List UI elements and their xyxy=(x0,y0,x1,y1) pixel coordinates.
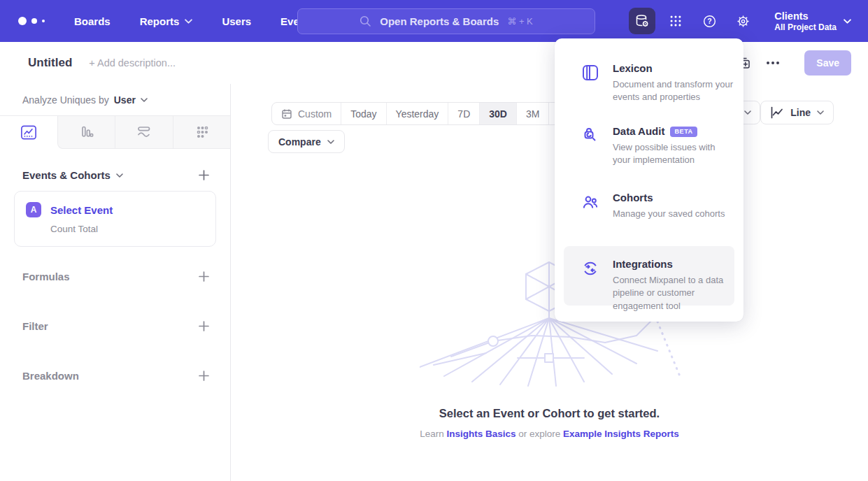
analyze-uniques-control: Analyze Uniques by User xyxy=(0,84,230,115)
data-management-button[interactable] xyxy=(629,8,655,34)
project-title: Clients xyxy=(774,10,837,22)
tab-bar-chart[interactable] xyxy=(57,116,115,149)
settings-button[interactable] xyxy=(730,8,756,34)
more-options-button[interactable] xyxy=(767,62,779,64)
date-range-today[interactable]: Today xyxy=(341,103,385,124)
analyze-value-dropdown[interactable]: User xyxy=(114,94,136,106)
lexicon-icon xyxy=(581,64,599,82)
add-event-button[interactable] xyxy=(199,170,209,180)
global-search-button[interactable]: Open Reports & Boards ⌘ + K xyxy=(297,8,595,34)
menu-item-lexicon[interactable]: Lexicon Document and transform your even… xyxy=(555,62,744,104)
filter-label: Filter xyxy=(22,320,48,332)
chevron-down-icon xyxy=(116,173,123,178)
menu-item-description: Connect Mixpanel to a data pipeline or c… xyxy=(613,274,727,313)
menu-item-title: Data AuditBETA xyxy=(613,125,734,137)
chevron-down-icon xyxy=(844,19,851,24)
chevron-down-icon xyxy=(141,98,148,102)
date-range-custom[interactable]: Custom xyxy=(272,103,341,124)
compare-dropdown[interactable]: Compare xyxy=(268,130,345,153)
menu-item-cohorts[interactable]: Cohorts Manage your saved cohorts xyxy=(555,192,744,220)
menu-item-description: Manage your saved cohorts xyxy=(613,208,725,220)
breakdown-section: Breakdown xyxy=(0,370,230,382)
tab-metrics[interactable] xyxy=(173,116,231,149)
data-management-menu: Lexicon Document and transform your even… xyxy=(555,38,744,322)
chevron-down-icon xyxy=(744,110,751,115)
date-range-label: Yesterday xyxy=(396,108,439,120)
mixpanel-logo[interactable] xyxy=(18,17,49,25)
plus-icon xyxy=(199,170,209,180)
grid-dots-icon xyxy=(669,14,683,28)
nav-item-users[interactable]: Users xyxy=(222,15,251,27)
date-range-label: Custom xyxy=(298,108,332,120)
event-selector-card[interactable]: A Select Event Count Total xyxy=(14,191,216,247)
count-total-dropdown[interactable]: Count Total xyxy=(50,224,204,234)
report-title[interactable]: Untitled xyxy=(28,56,72,70)
subtitle-prefix: Learn xyxy=(420,429,444,439)
analyze-label: Analyze Uniques by xyxy=(22,94,109,106)
date-range-label: 3M xyxy=(526,108,539,120)
nav-item-label: Boards xyxy=(74,15,111,27)
menu-item-data-audit[interactable]: Data AuditBETA View possible issues with… xyxy=(555,125,744,167)
date-range-3m[interactable]: 3M xyxy=(516,103,548,124)
formulas-label: Formulas xyxy=(22,271,70,282)
example-insights-reports-link[interactable]: Example Insights Reports xyxy=(563,429,679,439)
events-cohorts-label[interactable]: Events & Cohorts xyxy=(22,169,111,181)
calendar-icon xyxy=(281,108,292,120)
plus-icon xyxy=(199,321,209,331)
integrations-sync-icon xyxy=(581,259,599,278)
menu-item-title: Cohorts xyxy=(613,192,725,203)
date-range-label: 7D xyxy=(457,108,470,120)
question-circle-icon: ? xyxy=(702,14,717,29)
search-placeholder: Open Reports & Boards xyxy=(380,15,499,27)
insights-basics-link[interactable]: Insights Basics xyxy=(446,429,515,439)
menu-item-title: Integrations xyxy=(613,258,727,270)
add-formula-button[interactable] xyxy=(199,271,209,282)
date-range-7d[interactable]: 7D xyxy=(448,103,479,124)
help-button[interactable]: ? xyxy=(696,8,723,34)
add-description-field[interactable]: + Add description... xyxy=(89,57,176,69)
project-selector[interactable]: Clients All Project Data xyxy=(774,10,851,32)
event-letter-badge: A xyxy=(26,202,41,217)
add-filter-button[interactable] xyxy=(199,321,209,331)
subtitle-middle: or explore xyxy=(518,429,560,439)
date-range-30d[interactable]: 30D xyxy=(479,103,516,124)
breakdown-label: Breakdown xyxy=(22,370,79,382)
save-button[interactable]: Save xyxy=(804,50,851,76)
nav-item-boards[interactable]: Boards xyxy=(74,15,111,27)
empty-state-title: Select an Event or Cohort to get started… xyxy=(231,407,868,420)
nav-right-icons: ? Clients All Project Data xyxy=(629,8,851,34)
nav-item-label: Users xyxy=(222,15,251,27)
chart-type-dropdown[interactable]: Line xyxy=(760,101,834,124)
nav-item-reports[interactable]: Reports xyxy=(140,15,193,27)
compare-label: Compare xyxy=(278,136,321,148)
tab-flow-chart[interactable] xyxy=(115,116,173,149)
apps-grid-button[interactable] xyxy=(662,8,689,34)
plus-icon xyxy=(199,371,209,381)
nav-links: Boards Reports Users Events xyxy=(74,15,315,27)
query-builder-sidebar: Analyze Uniques by User xyxy=(0,84,231,481)
menu-item-title: Lexicon xyxy=(613,62,734,74)
database-gear-icon xyxy=(634,13,650,29)
date-range-label: 30D xyxy=(489,108,507,120)
chevron-down-icon xyxy=(817,110,824,115)
menu-item-integrations[interactable]: Integrations Connect Mixpanel to a data … xyxy=(564,246,734,306)
header-actions: Save xyxy=(737,50,851,76)
metric-dots-icon xyxy=(194,124,210,140)
report-canvas: Custom Today Yesterday 7D 30D 3M 6M Comp… xyxy=(231,84,868,481)
flow-icon xyxy=(136,124,152,140)
formulas-section: Formulas xyxy=(0,271,230,282)
filter-section: Filter xyxy=(0,320,230,332)
search-icon xyxy=(360,15,371,27)
beta-badge: BETA xyxy=(670,127,697,137)
select-event-button[interactable]: Select Event xyxy=(50,204,113,216)
people-icon xyxy=(581,193,599,211)
gear-icon xyxy=(736,14,750,29)
tab-line-chart[interactable] xyxy=(0,116,57,149)
events-cohorts-section-header: Events & Cohorts xyxy=(0,169,230,181)
line-chart-icon xyxy=(770,106,784,119)
chart-type-label: Line xyxy=(790,107,811,118)
svg-text:?: ? xyxy=(707,17,711,25)
add-breakdown-button[interactable] xyxy=(199,371,209,381)
date-range-yesterday[interactable]: Yesterday xyxy=(386,103,448,124)
search-shortcut: ⌘ + K xyxy=(507,16,533,27)
